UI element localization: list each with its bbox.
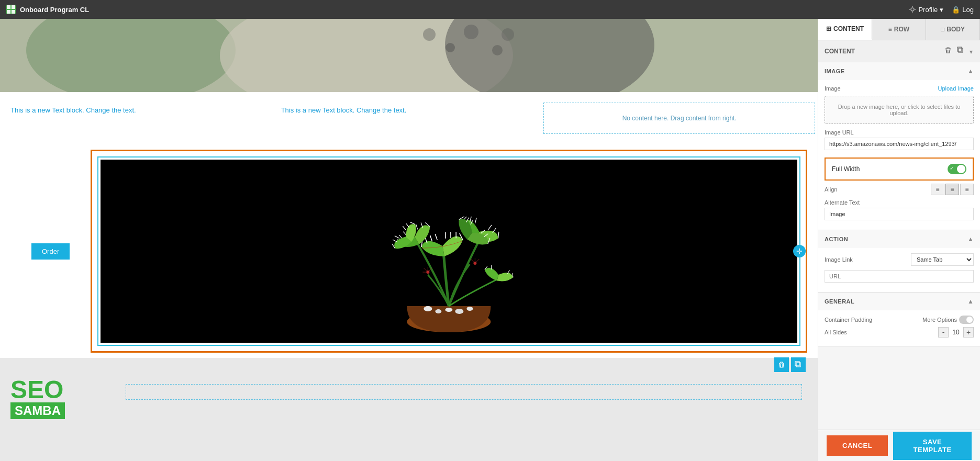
image-row: Image Upload Image (825, 85, 974, 92)
nav-left: Onboard Program CL (6, 5, 89, 14)
full-width-row: Full Width ✓ (825, 158, 974, 181)
svg-rect-1 (12, 5, 15, 9)
app-name: Onboard Program CL (20, 6, 89, 14)
alt-text-label: Alternate Text (825, 199, 974, 206)
profile-label: Profile (918, 6, 938, 14)
action-section-header[interactable]: ACTION ▲ (818, 230, 980, 248)
container-padding-label: Container Padding (825, 317, 872, 323)
top-nav: Onboard Program CL Profile ▾ 🔒 Log (0, 0, 980, 19)
general-section-title: GENERAL (825, 298, 854, 305)
tab-body-label: BODY (946, 26, 965, 33)
tab-content[interactable]: ⊞ CONTENT (818, 19, 872, 40)
panel-body: IMAGE ▲ Image Upload Image Drop a new im… (818, 62, 980, 430)
align-row: Align ≡ ≡ ≡ (825, 184, 974, 195)
tab-row-label: ROW (894, 26, 909, 33)
text-block-2: This is a new Text block. Change the tex… (271, 100, 541, 137)
svg-rect-0 (7, 5, 10, 9)
login-label: Log (962, 6, 974, 14)
upload-zone[interactable]: Drop a new image here, or click to selec… (825, 96, 974, 124)
general-section-header[interactable]: GENERAL ▲ (818, 293, 980, 310)
svg-point-17 (436, 309, 442, 313)
order-button[interactable]: Order (31, 243, 70, 260)
padding-increase-button[interactable]: + (963, 327, 974, 338)
full-width-toggle[interactable]: ✓ (948, 164, 966, 174)
more-options-switch[interactable] (959, 316, 974, 324)
lock-icon: 🔒 (952, 6, 960, 14)
order-row: Order (0, 144, 818, 358)
svg-point-16 (424, 306, 432, 311)
full-width-label: Full Width (832, 165, 860, 173)
duplicate-image-button[interactable] (791, 357, 806, 372)
padding-decrease-button[interactable]: - (938, 327, 949, 338)
panel-tabs: ⊞ CONTENT ≡ ROW □ BODY (818, 19, 980, 40)
venus-flytrap-image[interactable] (101, 160, 797, 343)
text-block-1: This is a new Text block. Change the tex… (0, 100, 271, 137)
svg-point-10 (446, 43, 455, 52)
tab-body[interactable]: □ BODY (926, 19, 980, 40)
url-input[interactable] (825, 270, 974, 283)
container-padding-row: Container Padding More Options (825, 316, 974, 324)
trash-icon (944, 47, 952, 54)
padding-controls: - 10 + (938, 327, 974, 338)
save-template-button[interactable]: SAVE TEMPLATE (893, 432, 972, 460)
svg-point-20 (467, 307, 473, 311)
bottom-dashed-area[interactable] (126, 384, 802, 400)
move-handle[interactable]: ✛ (793, 245, 806, 257)
gear-icon (909, 6, 916, 13)
chevron-down-icon: ▾ (970, 48, 973, 55)
seo-samba-logo: SEO SAMBA (10, 377, 65, 419)
samba-text: SAMBA (10, 402, 65, 419)
svg-point-6 (26, 19, 236, 92)
copy-section-button[interactable] (956, 46, 965, 57)
all-sides-row: All Sides - 10 + (825, 327, 974, 338)
top-image-svg (0, 19, 818, 92)
image-url-input[interactable] (825, 138, 974, 150)
image-section-arrow: ▲ (967, 68, 974, 75)
square-icon: □ (941, 26, 944, 33)
grid-icon: ⊞ (826, 25, 831, 32)
align-right-button[interactable]: ≡ (960, 184, 974, 195)
plant-svg (101, 160, 797, 343)
svg-rect-24 (795, 362, 799, 366)
delete-image-button[interactable] (774, 357, 789, 372)
expand-panel-button[interactable]: ▾ (968, 46, 974, 57)
top-image-inner (0, 19, 818, 92)
drag-placeholder[interactable]: No content here. Drag content from right… (543, 103, 815, 134)
general-section: GENERAL ▲ Container Padding More Options (818, 293, 980, 346)
action-section-title: ACTION (825, 236, 848, 242)
image-url-label: Image URL (825, 129, 974, 136)
text-block-1-content[interactable]: This is a new Text block. Change the tex… (10, 106, 136, 114)
panel-header-actions: ▾ (943, 46, 974, 57)
alt-text-input[interactable] (825, 208, 974, 220)
svg-rect-2 (7, 10, 10, 14)
text-block-2-content[interactable]: This is a new Text block. Change the tex… (281, 106, 407, 114)
align-left-button[interactable]: ≡ (931, 184, 944, 195)
svg-rect-26 (957, 47, 962, 51)
svg-rect-25 (959, 48, 963, 52)
image-section-wrapper: ✛ (80, 150, 818, 353)
cancel-button[interactable]: CANCEL (827, 435, 888, 456)
action-section: ACTION ▲ Image Link Same Tab (818, 230, 980, 293)
image-link-select[interactable]: Same Tab (911, 253, 974, 266)
tab-row[interactable]: ≡ ROW (872, 19, 926, 40)
align-center-button[interactable]: ≡ (945, 184, 959, 195)
action-section-content: Image Link Same Tab (818, 248, 980, 292)
main-image-section: ✛ (91, 150, 807, 353)
more-options-label: More Options (922, 317, 957, 323)
image-section-header[interactable]: IMAGE ▲ (818, 62, 980, 80)
svg-point-18 (446, 308, 453, 312)
upload-image-link[interactable]: Upload Image (938, 85, 974, 92)
drag-placeholder-text: No content here. Drag content from right… (622, 115, 737, 122)
image-section: IMAGE ▲ Image Upload Image Drop a new im… (818, 62, 980, 230)
profile-menu[interactable]: Profile ▾ (909, 6, 943, 14)
image-label: Image (825, 85, 841, 92)
delete-section-button[interactable] (943, 46, 953, 57)
login-link[interactable]: 🔒 Log (952, 6, 974, 14)
padding-value: 10 (951, 329, 961, 336)
right-panel: ⊞ CONTENT ≡ ROW □ BODY CONTENT (818, 19, 980, 461)
top-image-strip (0, 19, 818, 92)
svg-rect-3 (12, 10, 15, 14)
image-action-icons (774, 357, 806, 372)
image-link-label: Image Link (825, 256, 853, 263)
canvas-scroll[interactable]: This is a new Text block. Change the tex… (0, 19, 818, 430)
